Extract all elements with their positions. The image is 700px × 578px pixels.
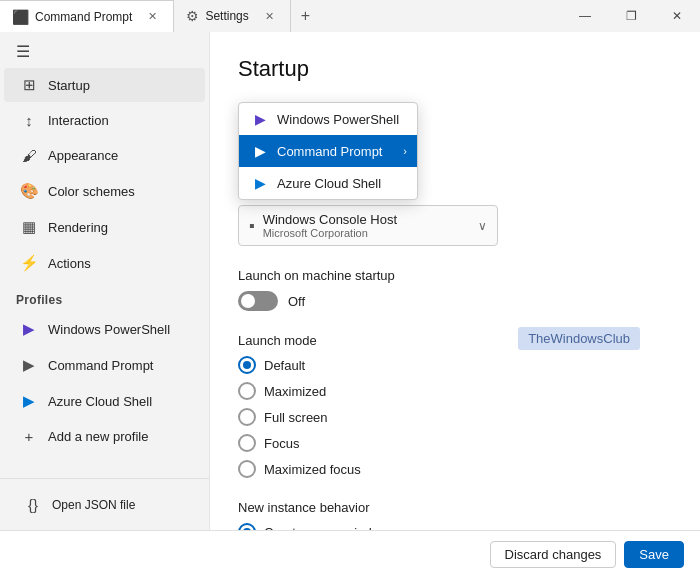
sidebar-label-rendering: Rendering	[48, 220, 108, 235]
sidebar-label-appearance: Appearance	[48, 148, 118, 163]
launch-mode-section: Launch mode Default Maximized Full scree…	[238, 333, 672, 478]
actions-icon: ⚡	[20, 254, 38, 272]
content-area: Startup ▶ Windows PowerShell ▶ Command P…	[210, 32, 700, 530]
sidebar-label-azure: Azure Cloud Shell	[48, 394, 152, 409]
radio-label-maximized: Maximized	[264, 384, 326, 399]
sidebar-label-cmd: Command Prompt	[48, 358, 153, 373]
add-profile-icon: +	[20, 428, 38, 445]
cursor-indicator: ›	[403, 145, 407, 157]
launch-mode-label: Launch mode	[238, 333, 672, 348]
azure-profile-icon: ▶	[20, 392, 38, 410]
dropdown-powershell-label: Windows PowerShell	[277, 112, 399, 127]
new-tab-button[interactable]: +	[291, 0, 320, 32]
startup-toggle[interactable]	[238, 291, 278, 311]
sidebar-label-startup: Startup	[48, 78, 90, 93]
radio-maximized[interactable]: Maximized	[238, 382, 672, 400]
select-box-left: ▪ Windows Console Host Microsoft Corpora…	[249, 212, 397, 239]
window-controls: — ❐ ✕	[562, 0, 700, 32]
tab-command-prompt[interactable]: ⬛ Command Prompt ✕	[0, 0, 174, 32]
dropdown-cmd-label: Command Prompt	[277, 144, 382, 159]
sidebar-label-add-profile: Add a new profile	[48, 429, 148, 444]
rendering-icon: ▦	[20, 218, 38, 236]
radio-circle-new-window	[238, 523, 256, 530]
sidebar-label-interaction: Interaction	[48, 113, 109, 128]
terminal-app-icon: ▪	[249, 217, 255, 235]
toggle-knob	[241, 294, 255, 308]
radio-label-maximized-focus: Maximized focus	[264, 462, 361, 477]
radio-label-new-window: Create a new window	[264, 525, 388, 531]
dropdown-item-powershell[interactable]: ▶ Windows PowerShell	[239, 103, 417, 135]
radio-label-focus: Focus	[264, 436, 299, 451]
cmd-tab-label: Command Prompt	[35, 10, 132, 24]
launch-startup-label: Launch on machine startup	[238, 268, 672, 283]
radio-fullscreen[interactable]: Full screen	[238, 408, 672, 426]
radio-new-window[interactable]: Create a new window	[238, 523, 672, 530]
discard-changes-button[interactable]: Discard changes	[490, 541, 617, 568]
radio-circle-maximized	[238, 382, 256, 400]
hamburger-button[interactable]: ☰	[0, 36, 209, 67]
powershell-dropdown-icon: ▶	[251, 111, 269, 127]
terminal-app-sub: Microsoft Corporation	[263, 227, 397, 239]
radio-dot-default	[243, 361, 251, 369]
powershell-profile-icon: ▶	[20, 320, 38, 338]
new-instance-label: New instance behavior	[238, 500, 672, 515]
new-instance-section: New instance behavior Create a new windo…	[238, 500, 672, 530]
hamburger-icon: ☰	[16, 42, 30, 61]
settings-gear-icon: ⚙	[186, 8, 199, 24]
sidebar-item-rendering[interactable]: ▦ Rendering	[4, 210, 205, 244]
startup-icon: ⊞	[20, 76, 38, 94]
dropdown-azure-label: Azure Cloud Shell	[277, 176, 381, 191]
dropdown-item-azure[interactable]: ▶ Azure Cloud Shell	[239, 167, 417, 199]
radio-maximized-focus[interactable]: Maximized focus	[238, 460, 672, 478]
toggle-row: Off	[238, 291, 672, 311]
radio-label-fullscreen: Full screen	[264, 410, 328, 425]
save-button[interactable]: Save	[624, 541, 684, 568]
app-body: ☰ ⊞ Startup ↕ Interaction 🖌 Appearance 🎨…	[0, 32, 700, 530]
sidebar-item-color-schemes[interactable]: 🎨 Color schemes	[4, 174, 205, 208]
sidebar-label-color-schemes: Color schemes	[48, 184, 135, 199]
terminal-app-name: Windows Console Host	[263, 212, 397, 227]
radio-circle-maximized-focus	[238, 460, 256, 478]
new-instance-radio-group: Create a new window Attach to the most r…	[238, 523, 672, 530]
sidebar-item-add-profile[interactable]: + Add a new profile	[4, 420, 205, 453]
sidebar-item-interaction[interactable]: ↕ Interaction	[4, 104, 205, 137]
radio-circle-focus	[238, 434, 256, 452]
sidebar: ☰ ⊞ Startup ↕ Interaction 🖌 Appearance 🎨…	[0, 32, 210, 530]
tab-settings[interactable]: ⚙ Settings ✕	[174, 0, 290, 32]
close-button[interactable]: ✕	[654, 0, 700, 32]
color-schemes-icon: 🎨	[20, 182, 38, 200]
sidebar-item-powershell[interactable]: ▶ Windows PowerShell	[4, 312, 205, 346]
sidebar-label-actions: Actions	[48, 256, 91, 271]
profile-dropdown[interactable]: ▶ Windows PowerShell ▶ Command Prompt › …	[238, 102, 418, 200]
azure-dropdown-icon: ▶	[251, 175, 269, 191]
radio-dot-new-window	[243, 528, 251, 530]
sidebar-item-startup[interactable]: ⊞ Startup	[4, 68, 205, 102]
sidebar-label-powershell: Windows PowerShell	[48, 322, 170, 337]
page-title: Startup	[238, 56, 672, 82]
appearance-icon: 🖌	[20, 147, 38, 164]
radio-circle-default	[238, 356, 256, 374]
profiles-section-label: Profiles	[0, 281, 209, 311]
sidebar-footer: {} Open JSON file	[0, 478, 209, 530]
toggle-label: Off	[288, 294, 305, 309]
radio-label-default: Default	[264, 358, 305, 373]
open-json-button[interactable]: {} Open JSON file	[8, 488, 201, 521]
sidebar-item-cmd[interactable]: ▶ Command Prompt	[4, 348, 205, 382]
default-terminal-select[interactable]: ▪ Windows Console Host Microsoft Corpora…	[238, 205, 498, 246]
sidebar-item-actions[interactable]: ⚡ Actions	[4, 246, 205, 280]
sidebar-item-appearance[interactable]: 🖌 Appearance	[4, 139, 205, 172]
settings-tab-label: Settings	[205, 9, 248, 23]
dropdown-item-cmd[interactable]: ▶ Command Prompt ›	[239, 135, 417, 167]
interaction-icon: ↕	[20, 112, 38, 129]
cmd-tab-icon: ⬛	[12, 9, 29, 25]
sidebar-item-azure[interactable]: ▶ Azure Cloud Shell	[4, 384, 205, 418]
minimize-button[interactable]: —	[562, 0, 608, 32]
radio-default[interactable]: Default	[238, 356, 672, 374]
settings-tab-close[interactable]: ✕	[261, 8, 278, 25]
launch-startup-section: Launch on machine startup Off	[238, 268, 672, 311]
bottom-bar: Discard changes Save	[0, 530, 700, 578]
radio-focus[interactable]: Focus	[238, 434, 672, 452]
radio-circle-fullscreen	[238, 408, 256, 426]
cmd-tab-close[interactable]: ✕	[144, 8, 161, 25]
maximize-button[interactable]: ❐	[608, 0, 654, 32]
